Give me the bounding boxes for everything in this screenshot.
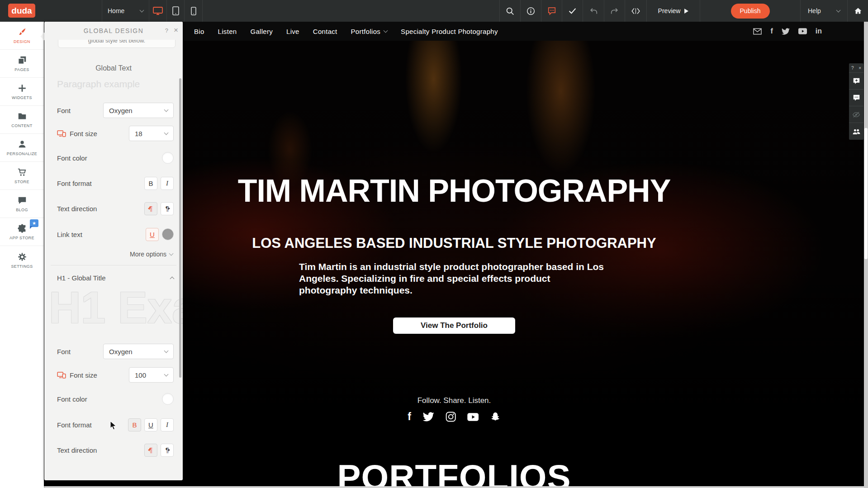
h1-font-color-swatch[interactable] — [162, 393, 174, 405]
canvas-scrollbar[interactable] — [864, 22, 868, 488]
toolbar-help-button[interactable]: ? — [851, 66, 854, 71]
more-options-link[interactable]: More options — [130, 251, 173, 258]
sidebar-item-settings[interactable]: SETTINGS — [0, 246, 44, 274]
view-portfolio-button[interactable]: View The Portfolio — [393, 317, 515, 334]
close-icon[interactable]: × — [859, 66, 861, 71]
sidebar-item-app-store[interactable]: ★ APP STORE — [0, 218, 44, 246]
link-underline-button[interactable]: U — [146, 228, 159, 241]
italic-button[interactable]: I — [161, 177, 174, 190]
folder-icon — [17, 111, 27, 121]
code-icon — [631, 7, 640, 15]
snapchat-icon[interactable] — [490, 412, 501, 422]
comments-icon — [853, 94, 860, 101]
nav-item-portfolios[interactable]: Portfolios — [351, 28, 388, 35]
preview-button[interactable]: Preview — [646, 0, 700, 22]
twitter-icon[interactable] — [422, 412, 434, 422]
sidebar-item-store[interactable]: STORE — [0, 162, 44, 190]
sidebar-item-widgets[interactable]: WIDGETS — [0, 78, 44, 106]
comments-toolbar: ? × — [849, 63, 863, 140]
h1-font-value: Oxygen — [109, 348, 133, 355]
new-app-badge: ★ — [30, 219, 38, 227]
canvas-scrollbar-thumb[interactable] — [864, 128, 868, 259]
nav-item-specialty[interactable]: Specialty Product Photography — [401, 28, 498, 35]
font-color-row: Font color — [57, 150, 174, 166]
bold-button[interactable]: B — [144, 177, 157, 190]
help-menu[interactable]: Help — [800, 0, 847, 22]
h1-font-row: Font Oxygen — [57, 344, 174, 359]
duda-logo[interactable]: duda — [8, 4, 35, 18]
youtube-icon[interactable] — [798, 28, 807, 34]
h1-bold-button[interactable]: B — [128, 418, 141, 431]
undo-button[interactable] — [583, 0, 604, 22]
facebook-icon[interactable]: f — [408, 411, 411, 423]
saved-check-button[interactable] — [562, 0, 583, 22]
twitter-icon[interactable] — [782, 28, 790, 35]
h1-rtl-direction-button[interactable]: ¶ — [161, 444, 174, 457]
h1-font-size-select[interactable]: 100 — [129, 367, 174, 383]
feedback-button[interactable] — [541, 0, 562, 22]
nav-item-live[interactable]: Live — [286, 28, 299, 35]
font-size-value: 18 — [135, 130, 142, 137]
topbar-right-group: Preview Publish Help — [499, 0, 868, 22]
sidebar-item-design[interactable]: DESIGN — [0, 22, 44, 50]
publish-button[interactable]: Publish — [731, 4, 770, 19]
info-button[interactable] — [520, 0, 541, 22]
pages-icon — [17, 55, 27, 65]
sidebar-item-content[interactable]: CONTENT — [0, 106, 44, 134]
device-tablet-button[interactable] — [166, 0, 184, 22]
device-mobile-button[interactable] — [184, 0, 203, 22]
youtube-icon[interactable] — [467, 413, 479, 421]
collaborators-button[interactable] — [849, 123, 863, 140]
hide-comments-button[interactable] — [849, 106, 863, 123]
redo-button[interactable] — [604, 0, 625, 22]
h1-section-header[interactable]: H1 - Global Title — [57, 274, 174, 282]
sidebar-item-label: BLOG — [16, 208, 28, 212]
panel-help-button[interactable]: ? — [165, 27, 168, 34]
font-color-swatch[interactable] — [162, 152, 174, 164]
chevron-down-icon — [836, 8, 841, 12]
nav-item-listen[interactable]: Listen — [218, 28, 237, 35]
nav-item-contact[interactable]: Contact — [313, 28, 337, 35]
h1-preview-text: H1 Example — [49, 282, 183, 350]
nav-item-bio[interactable]: Bio — [194, 28, 204, 35]
device-desktop-button[interactable] — [149, 0, 166, 22]
add-comment-button[interactable] — [849, 73, 863, 90]
sidebar-item-label: CONTENT — [11, 123, 32, 128]
text-direction-label: Text direction — [57, 446, 97, 454]
font-format-row: Font format B I — [57, 175, 174, 191]
email-icon[interactable] — [753, 28, 762, 35]
font-size-select[interactable]: 18 — [129, 126, 174, 141]
close-icon[interactable]: × — [174, 26, 178, 35]
h1-font-select[interactable]: Oxygen — [103, 344, 174, 359]
rtl-direction-button[interactable]: ¶ — [161, 202, 174, 215]
info-icon — [526, 7, 535, 15]
sidebar-item-personalize[interactable]: PERSONALIZE — [0, 134, 44, 162]
h1-underline-button[interactable]: U — [144, 418, 157, 431]
nav-item-gallery[interactable]: Gallery — [250, 28, 273, 35]
dev-mode-button[interactable] — [625, 0, 646, 22]
play-icon — [684, 9, 688, 14]
ltr-direction-button[interactable]: ¶ — [144, 202, 157, 215]
sidebar-item-pages[interactable]: PAGES — [0, 50, 44, 78]
comments-button[interactable] — [849, 90, 863, 106]
puzzle-icon — [17, 223, 27, 233]
font-size-row: Font size 18 — [57, 126, 174, 141]
undo-icon — [589, 7, 598, 15]
h1-ltr-direction-button[interactable]: ¶ — [144, 444, 157, 457]
next-section-edge — [44, 486, 864, 488]
font-select[interactable]: Oxygen — [103, 103, 174, 118]
link-color-swatch[interactable] — [162, 228, 174, 240]
sidebar-item-blog[interactable]: BLOG — [0, 190, 44, 218]
search-button[interactable] — [499, 0, 520, 22]
facebook-icon[interactable]: f — [770, 27, 773, 35]
sidebar-item-label: WIDGETS — [12, 95, 32, 100]
dashboard-home-button[interactable] — [847, 0, 868, 22]
hero-description[interactable]: Tim Martin is an industrial style produc… — [299, 261, 607, 296]
paragraph-preview: Paragraph example — [57, 79, 140, 90]
pilcrow-ltr-icon: ¶ — [149, 205, 153, 212]
page-selector[interactable]: Home — [102, 0, 149, 22]
linkedin-icon[interactable]: in — [816, 27, 822, 35]
h1-italic-button[interactable]: I — [161, 418, 174, 431]
panel-scrollbar[interactable] — [179, 78, 181, 378]
instagram-icon[interactable] — [446, 412, 456, 422]
